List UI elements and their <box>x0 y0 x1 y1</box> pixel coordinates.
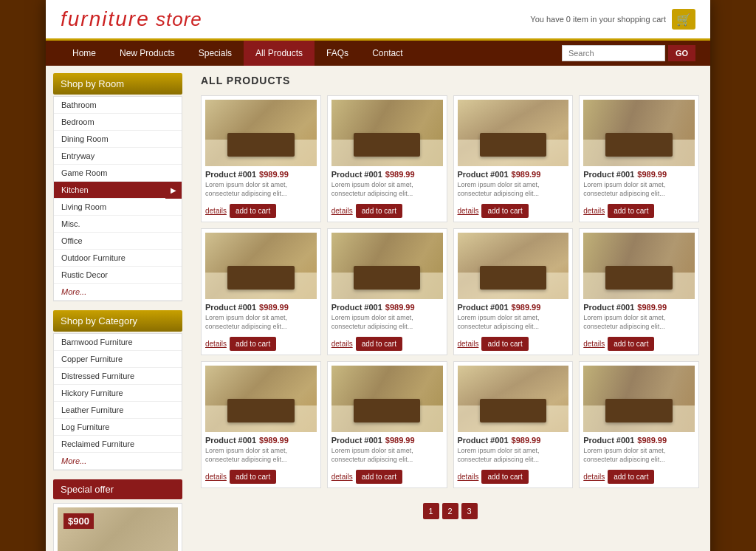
sidebar-item-kitchen[interactable]: Kitchen ▶ <box>54 182 182 199</box>
sidebar-item-misc[interactable]: Misc. <box>54 216 182 233</box>
product-card-9: Product #001 $989.99 Lorem ipsum dolor s… <box>201 361 321 488</box>
add-to-cart-button-12[interactable]: add to cart <box>608 470 654 484</box>
add-to-cart-button-6[interactable]: add to cart <box>356 337 402 351</box>
site-logo: FURNITURE store <box>61 7 202 31</box>
inner-wrapper: FURNITURE store You have 0 item in your … <box>46 0 710 551</box>
sidebar-item-outdoor-furniture[interactable]: Outdoor Furniture <box>54 250 182 267</box>
product-card-12: Product #001 $989.99 Lorem ipsum dolor s… <box>579 361 699 488</box>
sidebar-item-reclaimed[interactable]: Reclaimed Furniture <box>54 436 182 453</box>
product-desc-5: Lorem ipsum dolor sit amet, consectetur … <box>205 314 317 333</box>
add-to-cart-button-10[interactable]: add to cart <box>356 470 402 484</box>
special-offer-image: $900 <box>58 507 178 551</box>
nav-new-products[interactable]: New Products <box>108 41 187 66</box>
product-desc-4: Lorem ipsum dolor sit amet, consectetur … <box>583 181 695 200</box>
nav-home[interactable]: Home <box>61 41 108 66</box>
product-desc-8: Lorem ipsum dolor sit amet, consectetur … <box>583 314 695 333</box>
product-name-price-11: Product #001 $989.99 <box>458 436 569 445</box>
sidebar-item-entryway[interactable]: Entryway <box>54 148 182 165</box>
sidebar-item-office[interactable]: Office <box>54 233 182 250</box>
product-actions-12: details add to cart <box>583 470 695 484</box>
product-name-price-5: Product #001 $989.99 <box>205 303 317 312</box>
details-button-8[interactable]: details <box>583 340 605 348</box>
product-desc-12: Lorem ipsum dolor sit amet, consectetur … <box>583 447 695 466</box>
product-desc-2: Lorem ipsum dolor sit amet, consectetur … <box>331 181 443 200</box>
product-card-4: Product #001 $989.99 Lorem ipsum dolor s… <box>579 95 699 222</box>
sidebar-item-bathroom[interactable]: Bathroom <box>54 97 182 114</box>
details-button-10[interactable]: details <box>331 473 353 481</box>
product-image-4 <box>583 100 695 166</box>
page-1-link[interactable]: 1 <box>423 503 439 519</box>
sidebar-item-living-room[interactable]: Living Room <box>54 199 182 216</box>
product-price-8: $989.99 <box>637 303 667 312</box>
add-to-cart-button-9[interactable]: add to cart <box>230 470 276 484</box>
sidebar-item-game-room[interactable]: Game Room <box>54 165 182 182</box>
special-offer-box: $900 Product #001 $989.99 <box>53 503 182 551</box>
nav-specials[interactable]: Specials <box>187 41 244 66</box>
header-cart: You have 0 item in your shopping cart 🛒 <box>530 9 695 30</box>
details-button-5[interactable]: details <box>205 340 227 348</box>
details-button-11[interactable]: details <box>458 473 479 481</box>
product-price-4: $989.99 <box>637 170 667 179</box>
sidebar-item-dining-room[interactable]: Dining Room <box>54 131 182 148</box>
product-desc-3: Lorem ipsum dolor sit amet, consectetur … <box>458 181 569 200</box>
add-to-cart-button-1[interactable]: add to cart <box>230 204 276 218</box>
sidebar-item-barnwood[interactable]: Barnwood Furniture <box>54 334 182 351</box>
special-sale-price: $900 <box>63 513 94 529</box>
details-button-4[interactable]: details <box>583 207 605 215</box>
sidebar-item-hickory[interactable]: Hickory Furniture <box>54 385 182 402</box>
page-2-link[interactable]: 2 <box>442 503 458 519</box>
sidebar-item-leather[interactable]: Leather Furniture <box>54 402 182 419</box>
sidebar-item-distressed[interactable]: Distressed Furniture <box>54 368 182 385</box>
product-image-7 <box>458 233 569 299</box>
add-to-cart-button-3[interactable]: add to cart <box>481 204 528 218</box>
product-card-2: Product #001 $989.99 Lorem ipsum dolor s… <box>327 95 447 222</box>
product-name-price-3: Product #001 $989.99 <box>458 170 569 179</box>
add-to-cart-button-8[interactable]: add to cart <box>608 337 654 351</box>
product-name-1: Product #001 <box>205 170 256 179</box>
product-price-9: $989.99 <box>259 436 289 445</box>
search-button[interactable]: GO <box>668 45 695 61</box>
special-offer-title: Special offer <box>53 479 182 499</box>
nav-contact[interactable]: Contact <box>360 41 414 66</box>
details-button-3[interactable]: details <box>458 207 479 215</box>
site-header: FURNITURE store You have 0 item in your … <box>46 0 710 41</box>
details-button-12[interactable]: details <box>583 473 605 481</box>
add-to-cart-button-4[interactable]: add to cart <box>608 204 654 218</box>
outer-wrapper: FURNITURE store You have 0 item in your … <box>0 0 756 551</box>
product-price-5: $989.99 <box>259 303 289 312</box>
page-3-link[interactable]: 3 <box>461 503 478 519</box>
nav-faqs[interactable]: FAQs <box>315 41 360 66</box>
details-button-1[interactable]: details <box>205 207 227 215</box>
details-button-9[interactable]: details <box>205 473 227 481</box>
sidebar-item-copper[interactable]: Copper Furniture <box>54 351 182 368</box>
nav-all-products[interactable]: All Products <box>244 41 315 66</box>
sidebar-item-room-more[interactable]: More... <box>54 284 182 301</box>
sidebar-item-bedroom[interactable]: Bedroom <box>54 114 182 131</box>
product-image-6 <box>331 233 443 299</box>
details-button-7[interactable]: details <box>458 340 479 348</box>
sidebar-item-log[interactable]: Log Furniture <box>54 419 182 436</box>
details-button-6[interactable]: details <box>331 340 353 348</box>
shop-by-room-title: Shop by Room <box>53 73 182 95</box>
product-actions-2: details add to cart <box>331 204 443 218</box>
main-content: ALL PRODUCTS Product #001 $989.99 Lorem … <box>190 66 710 551</box>
product-desc-11: Lorem ipsum dolor sit amet, consectetur … <box>458 447 569 466</box>
product-card-10: Product #001 $989.99 Lorem ipsum dolor s… <box>327 361 447 488</box>
product-name-4: Product #001 <box>583 170 634 179</box>
add-to-cart-button-7[interactable]: add to cart <box>481 337 528 351</box>
cart-icon[interactable]: 🛒 <box>672 9 695 30</box>
add-to-cart-button-11[interactable]: add to cart <box>481 470 528 484</box>
product-name-12: Product #001 <box>583 436 634 445</box>
sidebar-item-rustic-decor[interactable]: Rustic Decor <box>54 267 182 284</box>
sidebar-item-category-more[interactable]: More... <box>54 453 182 470</box>
product-card-11: Product #001 $989.99 Lorem ipsum dolor s… <box>453 361 574 488</box>
details-button-2[interactable]: details <box>331 207 353 215</box>
add-to-cart-button-5[interactable]: add to cart <box>230 337 276 351</box>
product-image-9 <box>205 366 317 432</box>
search-input[interactable] <box>562 45 665 61</box>
add-to-cart-button-2[interactable]: add to cart <box>356 204 402 218</box>
cart-text: You have 0 item in your shopping cart <box>530 15 666 24</box>
category-list: Barnwood Furniture Copper Furniture Dist… <box>53 333 182 470</box>
product-image-2 <box>331 100 443 166</box>
product-name-11: Product #001 <box>458 436 509 445</box>
